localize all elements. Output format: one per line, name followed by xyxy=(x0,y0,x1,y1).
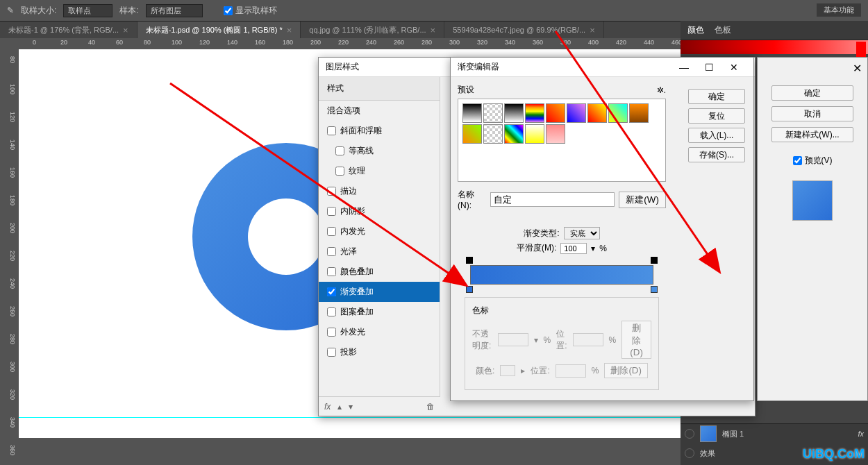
color-tab[interactable]: 颜色 xyxy=(687,24,704,36)
maximize-icon[interactable]: ☐ xyxy=(696,62,721,73)
doc-tab-2[interactable]: qq.jpg @ 111% (秀川临摹, RGB/...× xyxy=(301,22,444,38)
style-item[interactable]: 斜面和浮雕 xyxy=(319,121,440,141)
styles-header[interactable]: 样式 xyxy=(319,77,440,101)
ok-button[interactable]: 确定 xyxy=(688,89,745,104)
dialog-titlebar[interactable]: 渐变编辑器 — ☐ ✕ xyxy=(451,58,753,77)
gradient-preview[interactable] xyxy=(470,265,653,285)
blend-options[interactable]: 混合选项 xyxy=(319,101,440,121)
load-button[interactable]: 载入(L)... xyxy=(688,128,745,143)
color-stop-left[interactable] xyxy=(466,286,473,293)
doc-tab-1[interactable]: 未标题-1.psd @ 190% (椭圆 1, RGB/8) *× xyxy=(137,22,301,38)
gradient-type-select[interactable]: 实底 xyxy=(564,227,600,239)
layer-style-side-panel: ✕ 确定 取消 新建样式(W)... 预览(V) xyxy=(757,57,868,401)
sample-select[interactable]: 所有图层 xyxy=(146,4,203,17)
delete-color-button[interactable]: 删除(D) xyxy=(604,363,648,378)
opacity-input[interactable] xyxy=(498,333,528,346)
close-icon[interactable]: × xyxy=(287,25,292,35)
layer-row[interactable]: 椭圆 1 fx xyxy=(681,424,868,443)
style-item[interactable]: 内发光 xyxy=(319,221,440,242)
dropdown-icon[interactable]: ▾ xyxy=(534,335,538,345)
preview-label: 预览(V) xyxy=(805,155,833,167)
opacity-stop-right[interactable] xyxy=(651,257,658,264)
smoothness-input[interactable] xyxy=(560,243,587,254)
gradient-preset[interactable] xyxy=(587,103,607,123)
guide-line[interactable] xyxy=(19,417,681,418)
gradient-side-buttons: 确定 复位 载入(L)... 存储(S)... xyxy=(688,89,745,162)
arrow-up-icon[interactable]: ▴ xyxy=(337,402,342,412)
gradient-preset[interactable] xyxy=(629,103,649,123)
delete-opacity-button[interactable]: 删除(D) xyxy=(621,321,651,359)
style-item[interactable]: 描边 xyxy=(319,181,440,201)
style-item[interactable]: 渐变叠加 xyxy=(319,282,440,302)
doc-tab-3[interactable]: 55949a428e4c7.jpeg @ 69.9%(RGB/...× xyxy=(444,22,604,38)
gradient-preset[interactable] xyxy=(504,124,524,144)
cancel-button[interactable]: 取消 xyxy=(771,106,853,121)
arrow-down-icon[interactable]: ▾ xyxy=(349,402,353,412)
style-item[interactable]: 光泽 xyxy=(319,242,440,262)
gradient-preset[interactable] xyxy=(567,103,586,123)
minimize-icon[interactable]: — xyxy=(671,62,696,73)
opacity-label: 不透明度: xyxy=(472,328,492,352)
new-gradient-button[interactable]: 新建(W) xyxy=(619,192,666,208)
close-icon[interactable]: ✕ xyxy=(853,62,862,75)
gradient-preset[interactable] xyxy=(525,124,544,144)
gear-icon[interactable]: ✲. xyxy=(657,85,666,95)
opacity-stop-left[interactable] xyxy=(466,257,473,264)
gradient-preset[interactable] xyxy=(462,103,482,123)
gradient-preset[interactable] xyxy=(483,103,503,123)
doc-tab-0[interactable]: 未标题-1 @ 176% (背景, RGB/...× xyxy=(0,22,137,38)
gradient-preset[interactable] xyxy=(504,103,524,123)
fx-icon[interactable]: fx xyxy=(324,402,331,412)
gradient-preset[interactable] xyxy=(546,124,565,144)
gradient-preset[interactable] xyxy=(462,124,482,144)
name-label: 名称(N): xyxy=(458,189,486,210)
gradient-preset[interactable] xyxy=(608,103,628,123)
fx-badge[interactable]: fx xyxy=(858,430,864,438)
style-item[interactable]: 内阴影 xyxy=(319,201,440,221)
style-item[interactable]: 外发光 xyxy=(319,322,440,342)
visibility-icon[interactable] xyxy=(685,429,694,439)
show-ring-checkbox[interactable]: 显示取样环 xyxy=(224,5,277,17)
color-slider[interactable] xyxy=(681,40,868,54)
new-style-button[interactable]: 新建样式(W)... xyxy=(771,127,853,142)
dropdown-icon[interactable]: ▸ xyxy=(521,366,525,375)
type-label: 渐变类型: xyxy=(524,228,559,239)
position-input[interactable] xyxy=(556,364,586,378)
gradient-preset[interactable] xyxy=(546,103,565,123)
dialog-title: 渐变编辑器 xyxy=(458,61,671,73)
style-item[interactable]: 投影 xyxy=(319,342,440,362)
position-label: 位置: xyxy=(531,365,549,377)
sample-size-select[interactable]: 取样点 xyxy=(63,4,112,17)
color-swatch[interactable] xyxy=(500,365,515,376)
swatches-tab[interactable]: 色板 xyxy=(715,24,731,36)
save-button[interactable]: 存储(S)... xyxy=(688,147,745,162)
color-label: 颜色: xyxy=(476,365,494,377)
gradient-preset[interactable] xyxy=(483,124,503,144)
style-list-footer: fx ▴ ▾ 🗑 xyxy=(319,396,440,416)
options-bar: ✎ 取样大小: 取样点 样本: 所有图层 显示取样环 基本功能 xyxy=(0,0,868,21)
gradient-bar[interactable] xyxy=(465,265,659,285)
close-icon[interactable]: ✕ xyxy=(721,62,746,73)
layer-thumb xyxy=(700,425,717,442)
layer-name: 椭圆 1 xyxy=(722,429,744,439)
style-item[interactable]: 纹理 xyxy=(319,161,440,181)
dropdown-icon[interactable]: ▾ xyxy=(591,244,595,253)
position-input[interactable] xyxy=(573,333,603,346)
preview-checkbox[interactable] xyxy=(793,156,802,165)
close-icon[interactable]: × xyxy=(590,25,595,35)
gradient-preset[interactable] xyxy=(525,103,544,123)
ok-button[interactable]: 确定 xyxy=(771,85,853,101)
close-icon[interactable]: × xyxy=(123,25,128,35)
style-item[interactable]: 颜色叠加 xyxy=(319,262,440,282)
visibility-icon[interactable] xyxy=(685,448,694,458)
position-label: 位置: xyxy=(556,328,567,352)
reset-button[interactable]: 复位 xyxy=(688,108,745,124)
style-item[interactable]: 图案叠加 xyxy=(319,302,440,322)
color-stop-right[interactable] xyxy=(651,286,658,293)
color-stop-group: 色标 不透明度:▾% 位置:% 删除(D) 颜色:▸ 位置:% 删除(D) xyxy=(465,297,659,390)
style-item[interactable]: 等高线 xyxy=(319,141,440,161)
trash-icon[interactable]: 🗑 xyxy=(426,402,435,412)
workspace-select[interactable]: 基本功能 xyxy=(817,3,861,17)
gradient-name-input[interactable] xyxy=(490,192,615,207)
close-icon[interactable]: × xyxy=(431,25,436,35)
